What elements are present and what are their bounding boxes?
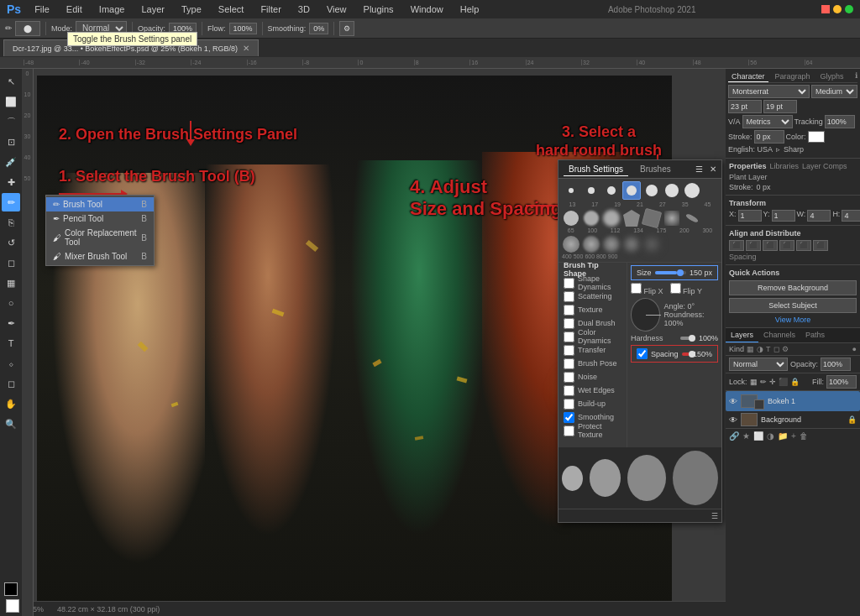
kerning-select[interactable]: Metrics [742,115,793,128]
filter-icon-adjustment[interactable]: ◑ [757,345,763,353]
size-slider-thumb[interactable] [677,269,684,276]
brush-preset-cell selected[interactable] [622,181,641,200]
menu-filter[interactable]: Filter [257,3,284,16]
add-style-btn[interactable]: ★ [742,431,750,441]
brush-preset[interactable]: ⬤ [15,21,40,36]
brush-tool[interactable]: ✏ [2,193,20,211]
gradient-tool[interactable]: ▦ [2,274,20,292]
lock-all-icon[interactable]: 🔒 [790,378,800,386]
flip-x-label[interactable]: Flip X [631,283,663,295]
size-control[interactable]: Size 150 px [631,265,718,280]
section-protect-texture[interactable]: Protect Texture [558,424,627,437]
eyedropper-tool[interactable]: 💉 [2,153,20,171]
brush-cell-lg[interactable] [683,209,701,227]
shape-dynamics-check[interactable] [564,278,574,289]
history-tool[interactable]: ↺ [2,233,20,252]
brush-preset-cell[interactable] [642,181,661,200]
menu-window[interactable]: Window [407,3,447,16]
brush-cell-xl[interactable] [642,235,661,253]
marquee-tool[interactable]: ⬜ [2,92,20,111]
spacing-thumb[interactable] [689,351,695,358]
menu-type[interactable]: Type [178,3,205,16]
menu-help[interactable]: Help [457,3,483,16]
panel-options-icon[interactable]: ☰ [695,164,703,174]
shape-tool[interactable]: ◻ [2,374,20,393]
menu-plugins[interactable]: Plugins [360,3,397,16]
tool-menu-mixer[interactable]: 🖌 Mixer Brush Tool B [46,249,154,264]
move-tool[interactable]: ↖ [2,72,20,91]
tool-menu-color-replacement[interactable]: 🖌 Color Replacement Tool B [46,226,154,249]
filter-icon-pixel[interactable]: ▦ [747,345,754,353]
align-right-btn[interactable]: ⬛ [763,240,778,251]
fill-input[interactable] [826,375,857,389]
lock-draw-icon[interactable]: ✏ [760,378,767,386]
brush-settings-toggle[interactable]: ⚙ [339,21,354,36]
brush-cell-xl[interactable] [602,235,621,253]
add-group-btn[interactable]: 📁 [778,431,788,441]
foreground-color[interactable] [4,582,18,596]
align-top-btn[interactable]: ⬛ [779,240,794,251]
spacing-slider[interactable] [682,352,690,356]
lock-px-icon[interactable]: ▦ [750,378,758,386]
brush-preset-cell[interactable] [663,181,681,200]
select-subject-btn[interactable]: Select Subject [729,298,857,313]
texture-check[interactable] [564,305,574,316]
lasso-tool[interactable]: ⌒ [2,112,20,131]
brush-pose-check[interactable] [564,358,574,369]
brush-cell-xl[interactable] [622,235,641,253]
stroke-input[interactable] [754,130,784,144]
libraries-tab[interactable]: Libraries [770,162,800,170]
hardness-thumb[interactable] [689,335,695,342]
layer-eye-1[interactable]: 👁 [729,397,737,406]
brush-cell-lg[interactable] [642,209,661,227]
scattering-check[interactable] [564,291,574,302]
brush-cell-xl[interactable] [582,235,600,253]
add-adjustment-btn[interactable]: ◑ [767,431,774,441]
wet-edges-check[interactable] [564,385,574,396]
align-left-btn[interactable]: ⬛ [729,240,744,251]
brush-preset-cell[interactable] [602,181,621,200]
tab-character[interactable]: Character [728,71,768,82]
transform-x-input[interactable] [738,210,762,222]
size-slider[interactable] [655,271,686,274]
healing-tool[interactable]: ✚ [2,173,20,191]
brush-cell-lg[interactable] [582,209,600,227]
tab-channels[interactable]: Channels [758,328,800,342]
color-dynamics-check[interactable] [564,331,574,342]
tool-menu-brush[interactable]: ✏ Brush Tool B [46,197,154,211]
background-color[interactable] [6,599,19,613]
buildup-check[interactable] [564,399,574,410]
align-bottom-btn[interactable]: ⬛ [813,240,828,251]
delete-layer-btn[interactable]: 🗑 [800,431,808,441]
brush-cell-lg[interactable] [622,209,641,227]
tool-menu-pencil[interactable]: ✒ Pencil Tool B [46,211,154,226]
crop-tool[interactable]: ⊡ [2,133,20,151]
panel-close-icon[interactable]: ✕ [710,164,716,174]
transfer-check[interactable] [564,345,574,356]
menu-select[interactable]: Select [215,3,248,16]
section-texture[interactable]: Texture [558,303,627,316]
brush-cell-lg[interactable] [562,209,580,227]
tracking-input[interactable] [825,115,855,128]
brush-cell-lg[interactable] [663,209,681,227]
tab-brush-settings[interactable]: Brush Settings [564,163,628,176]
canvas-area[interactable]: 0 10 20 30 40 50 [22,69,726,616]
layer-opacity-input[interactable] [821,358,851,371]
section-buildup[interactable]: Build-up [558,397,627,410]
add-layer-btn[interactable]: + [791,431,796,441]
pen-tool[interactable]: ✒ [2,314,20,332]
hand-tool[interactable]: ✋ [2,394,20,413]
brush-cell-xl[interactable] [562,235,580,253]
view-more-link[interactable]: View More [729,316,857,324]
section-brush-pose[interactable]: Brush Pose [558,357,627,370]
spacing-check[interactable] [637,348,648,359]
noise-check[interactable] [564,372,574,383]
flip-x-check[interactable] [631,283,642,294]
lock-artboard-icon[interactable]: ⬛ [779,378,788,386]
font-family-select[interactable]: Montserrat [728,85,810,98]
tab-paths[interactable]: Paths [800,328,830,342]
protect-texture-check[interactable] [564,425,574,436]
smoothing-check[interactable] [564,412,574,423]
tab-brushes[interactable]: Brushes [635,163,676,175]
section-transfer[interactable]: Transfer [558,343,627,357]
